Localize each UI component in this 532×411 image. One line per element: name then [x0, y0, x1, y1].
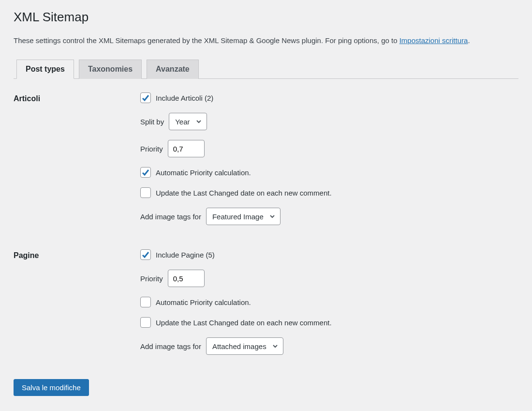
chevron-down-icon	[269, 213, 275, 219]
update-last-articoli-label: Update the Last Changed date on each new…	[156, 189, 332, 197]
auto-priority-pagine-checkbox[interactable]	[140, 297, 151, 307]
intro-text: These settings control the XML Sitemaps …	[14, 36, 518, 45]
image-tags-label-pagine: Add image tags for	[140, 342, 201, 350]
split-by-select[interactable]: Year	[169, 113, 207, 130]
section-heading-articoli: Articoli	[14, 92, 140, 225]
page-title: XML Sitemap	[14, 10, 518, 25]
check-icon	[142, 94, 149, 102]
update-last-articoli-checkbox[interactable]	[140, 187, 151, 198]
chevron-down-icon	[196, 119, 202, 124]
auto-priority-articoli-label: Automatic Priority calculation.	[156, 168, 251, 177]
image-tags-label-articoli: Add image tags for	[140, 213, 201, 221]
intro-link[interactable]: Impostazioni scrittura	[399, 36, 468, 45]
section-articoli: Articoli Include Articoli (2) Split by Y…	[14, 92, 518, 225]
update-last-pagine-label: Update the Last Changed date on each new…	[156, 319, 332, 327]
include-pagine-label: Include Pagine (5)	[156, 251, 215, 259]
section-heading-pagine: Pagine	[14, 249, 140, 355]
chevron-down-icon	[272, 343, 278, 349]
section-pagine: Pagine Include Pagine (5) Priority Autom…	[14, 249, 518, 355]
tabs-nav: Post types Taxonomies Avanzate	[14, 59, 518, 79]
check-icon	[142, 251, 149, 259]
include-pagine-checkbox[interactable]	[140, 249, 151, 260]
auto-priority-pagine-label: Automatic Priority calculation.	[156, 298, 251, 306]
priority-input-articoli[interactable]	[168, 140, 205, 157]
priority-label-pagine: Priority	[140, 274, 163, 283]
image-tags-value-pagine: Attached images	[212, 342, 266, 350]
image-tags-select-articoli[interactable]: Featured Image	[206, 208, 281, 225]
tab-taxonomies[interactable]: Taxonomies	[79, 60, 142, 79]
update-last-pagine-checkbox[interactable]	[140, 317, 151, 328]
auto-priority-articoli-checkbox[interactable]	[140, 167, 151, 178]
check-icon	[142, 168, 149, 176]
priority-label-articoli: Priority	[140, 145, 163, 153]
priority-input-pagine[interactable]	[168, 270, 205, 287]
split-by-value: Year	[175, 118, 190, 126]
include-articoli-checkbox[interactable]	[140, 92, 151, 103]
image-tags-value-articoli: Featured Image	[212, 213, 264, 221]
tab-advanced[interactable]: Avanzate	[147, 60, 199, 79]
tab-post-types[interactable]: Post types	[16, 60, 74, 79]
save-button[interactable]: Salva le modifiche	[14, 379, 89, 396]
image-tags-select-pagine[interactable]: Attached images	[206, 337, 283, 355]
split-by-label: Split by	[140, 118, 164, 126]
include-articoli-label: Include Articoli (2)	[156, 94, 213, 102]
intro-prefix: These settings control the XML Sitemaps …	[14, 36, 399, 45]
intro-suffix: .	[468, 36, 470, 45]
